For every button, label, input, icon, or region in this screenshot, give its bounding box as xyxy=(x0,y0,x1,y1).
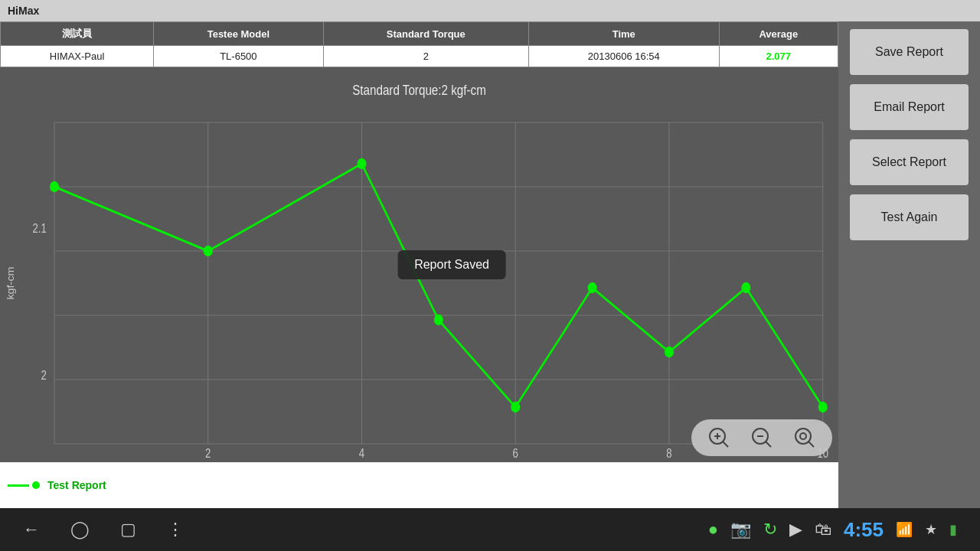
nav-left: ← ◯ ▢ ⋮ xyxy=(23,520,184,540)
data-point-6 xyxy=(588,282,597,293)
data-point-2 xyxy=(204,246,213,256)
svg-line-16 xyxy=(723,442,728,447)
data-point-8 xyxy=(741,282,750,293)
svg-line-19 xyxy=(766,442,771,447)
email-report-button[interactable]: Email Report xyxy=(850,84,969,130)
chart-area: Standard Torque:2 kgf-cm kgf-cm 2.1 2 2 … xyxy=(0,67,838,462)
main-content: 測試員 Testee Model Standard Torque Time Av… xyxy=(0,21,980,508)
y-label-2-1: 2.1 xyxy=(33,222,47,235)
x-label-8: 8 xyxy=(666,447,671,460)
col-header-average: Average xyxy=(719,22,838,46)
nav-right: ● 📷 ↻ ▶ 🛍 4:55 📶 ★ ▮ xyxy=(708,518,957,542)
cell-average: 2.077 xyxy=(719,46,838,67)
play-icon: ▶ xyxy=(789,520,802,540)
recents-icon[interactable]: ▢ xyxy=(120,520,136,540)
data-point-7 xyxy=(665,347,674,357)
save-report-button[interactable]: Save Report xyxy=(850,29,969,75)
zoom-controls[interactable] xyxy=(691,419,832,456)
bluetooth-icon: ★ xyxy=(925,521,937,538)
zoom-fit-button[interactable] xyxy=(791,424,818,452)
menu-icon[interactable]: ⋮ xyxy=(167,520,184,540)
x-label-2: 2 xyxy=(205,447,211,460)
cell-time: 20130606 16:54 xyxy=(528,46,719,67)
legend: Test Report xyxy=(8,479,106,491)
chart-container: 測試員 Testee Model Standard Torque Time Av… xyxy=(0,21,838,508)
col-header-time: Time xyxy=(528,22,719,46)
svg-line-21 xyxy=(808,442,814,447)
col-header-torque: Standard Torque xyxy=(323,22,528,46)
tooltip-text: Report Saved xyxy=(414,258,489,271)
gallery-icon: 📷 xyxy=(730,520,751,540)
svg-point-22 xyxy=(800,433,806,439)
y-label-2: 2 xyxy=(41,369,47,382)
home-icon[interactable]: ◯ xyxy=(70,520,90,540)
data-point-3 xyxy=(357,158,366,169)
legend-circle-icon xyxy=(32,481,40,489)
clock: 4:55 xyxy=(844,518,884,542)
titlebar: HiMax xyxy=(0,0,980,21)
navbar: ← ◯ ▢ ⋮ ● 📷 ↻ ▶ 🛍 4:55 📶 ★ ▮ xyxy=(0,508,980,551)
wifi-icon: 📶 xyxy=(896,521,913,538)
data-table: 測試員 Testee Model Standard Torque Time Av… xyxy=(0,21,838,67)
chart-bottom: Test Report xyxy=(0,462,838,508)
right-panel: Save Report Email Report Select Report T… xyxy=(838,21,980,508)
data-point-9 xyxy=(818,402,828,412)
zoom-out-button[interactable] xyxy=(748,424,776,452)
col-header-testee: 測試員 xyxy=(1,22,154,46)
shop-icon: 🛍 xyxy=(815,520,831,540)
zoom-in-button[interactable] xyxy=(705,424,733,452)
app-title: HiMax xyxy=(8,5,39,17)
tooltip: Report Saved xyxy=(397,250,506,279)
back-icon[interactable]: ← xyxy=(23,520,40,540)
battery-icon: ▮ xyxy=(949,521,957,538)
legend-line-icon xyxy=(8,484,29,487)
data-point-1 xyxy=(50,181,59,192)
y-axis-label: kgf-cm xyxy=(5,266,16,299)
x-label-4: 4 xyxy=(359,447,364,460)
cell-model: TL-6500 xyxy=(154,46,323,67)
select-report-button[interactable]: Select Report xyxy=(850,139,969,185)
col-header-model: Testee Model xyxy=(154,22,323,46)
sync-icon: ↻ xyxy=(763,520,777,540)
cell-testee: HIMAX-Paul xyxy=(1,46,154,67)
chart-title: Standard Torque:2 kgf-cm xyxy=(352,83,486,99)
test-again-button[interactable]: Test Again xyxy=(850,194,969,240)
x-label-6: 6 xyxy=(513,447,518,460)
cell-torque: 2 xyxy=(323,46,528,67)
table-row: HIMAX-Paul TL-6500 2 20130606 16:54 2.07… xyxy=(1,46,838,67)
data-point-5 xyxy=(511,402,520,412)
data-point-4 xyxy=(434,315,443,325)
globe-icon: ● xyxy=(708,520,718,540)
legend-label: Test Report xyxy=(47,479,106,491)
